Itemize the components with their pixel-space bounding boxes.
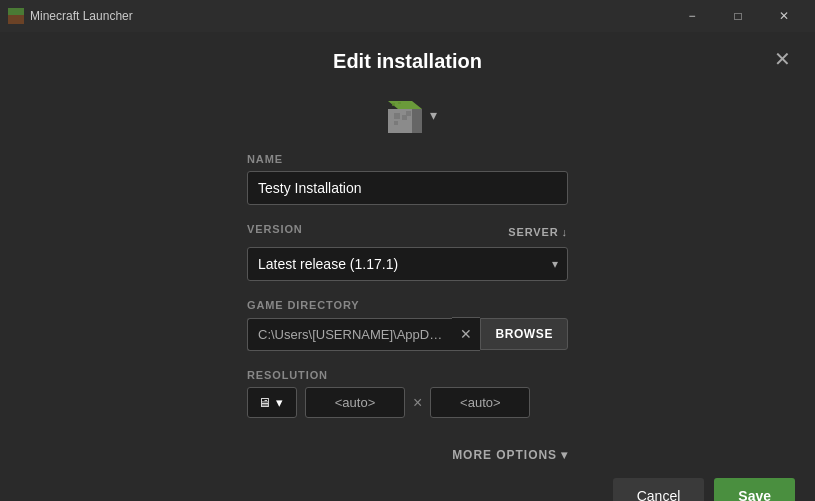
clear-directory-button[interactable]: ✕ <box>452 317 480 351</box>
maximize-button[interactable]: □ <box>715 0 761 32</box>
more-options-button[interactable]: MORE OPTIONS ▾ <box>452 448 568 462</box>
modal-title: Edit installation <box>333 50 482 73</box>
installation-icon <box>378 93 422 137</box>
game-directory-field-group: GAME DIRECTORY ✕ BROWSE <box>247 299 568 351</box>
svg-rect-1 <box>8 8 24 15</box>
monitor-select[interactable]: 🖥 ▾ <box>247 387 297 418</box>
svg-rect-11 <box>406 111 411 116</box>
monitor-chevron: ▾ <box>276 395 283 410</box>
server-download-icon: ↓ <box>562 226 568 238</box>
app-title: Minecraft Launcher <box>30 9 669 23</box>
edit-installation-modal: Edit installation ✕ ▾ NAME <box>0 32 815 501</box>
modal-header: Edit installation ✕ <box>0 32 815 85</box>
resolution-height-input[interactable] <box>430 387 530 418</box>
monitor-icon: 🖥 <box>258 395 271 410</box>
window-controls: − □ ✕ <box>669 0 807 32</box>
icon-dropdown-chevron[interactable]: ▾ <box>430 107 437 123</box>
save-button[interactable]: Save <box>714 478 795 501</box>
minimize-button[interactable]: − <box>669 0 715 32</box>
version-label: VERSION <box>247 223 303 235</box>
browse-button[interactable]: BROWSE <box>480 318 568 350</box>
game-directory-input[interactable] <box>247 318 452 351</box>
version-row-header: VERSION SERVER ↓ <box>247 223 568 241</box>
more-options-row: MORE OPTIONS ▾ <box>0 436 815 462</box>
name-label: NAME <box>247 153 568 165</box>
game-directory-label: GAME DIRECTORY <box>247 299 568 311</box>
directory-row: ✕ BROWSE <box>247 317 568 351</box>
svg-rect-6 <box>392 103 395 106</box>
window-close-button[interactable]: ✕ <box>761 0 807 32</box>
version-select-wrapper: Latest release (1.17.1) Latest snapshot … <box>247 247 568 281</box>
icon-area: ▾ <box>0 85 815 153</box>
server-label: SERVER <box>508 226 558 238</box>
modal-close-button[interactable]: ✕ <box>766 45 799 73</box>
server-link[interactable]: SERVER ↓ <box>508 226 568 238</box>
app-icon <box>8 8 24 24</box>
times-symbol: × <box>413 394 422 412</box>
resolution-field-group: RESOLUTION 🖥 ▾ × <box>247 369 568 418</box>
svg-rect-8 <box>394 113 400 119</box>
more-options-label: MORE OPTIONS <box>452 448 557 462</box>
form-content: NAME VERSION SERVER ↓ Latest release (1.… <box>0 153 815 436</box>
svg-marker-5 <box>412 109 422 133</box>
name-input[interactable] <box>247 171 568 205</box>
modal-footer: Cancel Save <box>0 462 815 501</box>
svg-rect-10 <box>394 121 398 125</box>
name-field-group: NAME <box>247 153 568 205</box>
resolution-label: RESOLUTION <box>247 369 568 381</box>
resolution-row: 🖥 ▾ × <box>247 387 568 418</box>
version-select[interactable]: Latest release (1.17.1) Latest snapshot … <box>247 247 568 281</box>
title-bar: Minecraft Launcher − □ ✕ <box>0 0 815 32</box>
svg-rect-2 <box>8 15 24 24</box>
version-field-group: VERSION SERVER ↓ Latest release (1.17.1)… <box>247 223 568 281</box>
resolution-width-input[interactable] <box>305 387 405 418</box>
cancel-button[interactable]: Cancel <box>613 478 705 501</box>
more-options-chevron: ▾ <box>561 448 568 462</box>
svg-rect-7 <box>398 102 401 104</box>
